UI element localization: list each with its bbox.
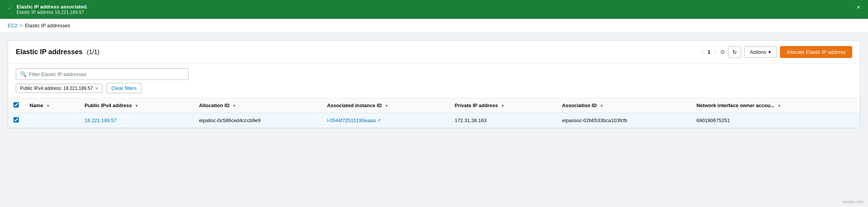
card-title: Elastic IP addresses (1/1)	[16, 48, 100, 56]
filter-area: 🔍 Public IPv4 address: 18.221.189.57 × C…	[8, 64, 860, 98]
col-private-ip-label: Private IP address	[455, 103, 498, 108]
banner-close-button[interactable]: ×	[857, 4, 860, 11]
breadcrumb-separator: >	[20, 23, 23, 28]
breadcrumb: EC2 > Elastic IP addresses	[0, 19, 868, 33]
table-header-row: Name ▼ Public IPv4 address ▼ Allocation …	[8, 98, 860, 113]
row-private-ip: 172.31.38.163	[449, 113, 557, 128]
search-input[interactable]	[29, 71, 185, 77]
breadcrumb-ec2-link[interactable]: EC2	[8, 23, 17, 28]
success-title: Elastic IP address associated.	[17, 4, 88, 10]
success-subtitle: Elastic IP address 18.221.189.57	[17, 10, 88, 15]
col-network-interface-owner-label: Network interface owner accou...	[697, 103, 775, 108]
table-row: 18.221.189.57 eipalloc-0c586ced4cccb9e9 …	[8, 113, 860, 128]
success-banner-content: ✓ Elastic IP address associated. Elastic…	[8, 4, 88, 15]
elastic-ip-table: Name ▼ Public IPv4 address ▼ Allocation …	[8, 98, 860, 128]
table-wrapper: Name ▼ Public IPv4 address ▼ Allocation …	[8, 98, 860, 128]
page-next-button[interactable]: ›	[712, 48, 718, 56]
search-wrapper: 🔍	[16, 68, 189, 80]
allocate-button[interactable]: Allocate Elastic IP address	[780, 46, 852, 58]
row-associated-instance-id: i-0544f72515190eaaa ↗	[322, 113, 449, 128]
page-number: 1	[708, 49, 710, 55]
search-icon: 🔍	[20, 71, 27, 77]
col-association-id-sort-icon: ▼	[600, 104, 604, 108]
col-public-ipv4[interactable]: Public IPv4 address ▼	[79, 98, 194, 113]
col-private-ip[interactable]: Private IP address ▼	[449, 98, 557, 113]
table-head: Name ▼ Public IPv4 address ▼ Allocation …	[8, 98, 860, 113]
filter-tag-close-icon[interactable]: ×	[95, 86, 98, 91]
page-prev-button[interactable]: ‹	[700, 48, 706, 56]
success-icon: ✓	[8, 4, 13, 12]
col-associated-instance-id[interactable]: Associated instance ID ▼	[322, 98, 449, 113]
col-association-id-label: Association ID	[562, 103, 597, 108]
col-name[interactable]: Name ▼	[24, 98, 79, 113]
card-count: (1/1)	[87, 49, 100, 55]
clear-filters-button[interactable]: Clear filters	[106, 83, 142, 93]
col-allocation-id-label: Allocation ID	[199, 103, 229, 108]
actions-label: Actions	[750, 49, 767, 55]
col-name-sort-icon: ▼	[46, 104, 50, 108]
col-network-interface-owner-sort-icon: ▼	[777, 104, 781, 108]
elastic-ip-card: Elastic IP addresses (1/1) ‹ 1 › ⚙ ↻ Act…	[8, 40, 860, 128]
col-associated-instance-id-label: Associated instance ID	[327, 103, 382, 108]
col-allocation-id-sort-icon: ▼	[233, 104, 236, 108]
col-public-ipv4-sort-icon: ▼	[135, 104, 139, 108]
row-checkbox[interactable]	[13, 117, 19, 123]
table-settings-button[interactable]: ⚙	[720, 49, 725, 56]
col-public-ipv4-label: Public IPv4 address	[85, 103, 132, 108]
pagination: ‹ 1 › ⚙	[700, 48, 725, 56]
select-all-checkbox[interactable]	[13, 102, 19, 108]
public-ipv4-link[interactable]: 18.221.189.57	[85, 118, 188, 123]
row-checkbox-cell	[8, 113, 24, 128]
row-network-interface-owner: 690190675251	[691, 113, 860, 128]
table-body: 18.221.189.57 eipalloc-0c586ced4cccb9e9 …	[8, 113, 860, 128]
header-checkbox-cell	[8, 98, 24, 113]
col-association-id[interactable]: Association ID ▼	[557, 98, 691, 113]
active-filter-tag: Public IPv4 address: 18.221.189.57 ×	[16, 84, 103, 93]
success-text: Elastic IP address associated. Elastic I…	[17, 4, 88, 15]
card-title-text: Elastic IP addresses	[16, 48, 83, 56]
col-allocation-id[interactable]: Allocation ID ▼	[194, 98, 322, 113]
col-network-interface-owner[interactable]: Network interface owner accou... ▼	[691, 98, 860, 113]
col-name-label: Name	[30, 103, 43, 108]
card-title-group: Elastic IP addresses (1/1)	[16, 48, 100, 56]
refresh-button[interactable]: ↻	[728, 46, 741, 58]
main-content: Elastic IP addresses (1/1) ‹ 1 › ⚙ ↻ Act…	[0, 33, 868, 136]
row-association-id: eipassoc-02b6533bca103fcfb	[557, 113, 691, 128]
row-name	[24, 113, 79, 128]
row-allocation-id: eipalloc-0c586ced4cccb9e9	[194, 113, 322, 128]
col-associated-instance-id-sort-icon: ▼	[385, 104, 389, 108]
instance-id-link[interactable]: i-0544f72515190eaaa ↗	[327, 118, 444, 123]
success-banner: ✓ Elastic IP address associated. Elastic…	[0, 0, 868, 19]
header-actions: ‹ 1 › ⚙ ↻ Actions ▾ Allocate Elastic IP …	[700, 46, 852, 58]
col-private-ip-sort-icon: ▼	[501, 104, 505, 108]
external-link-icon: ↗	[377, 118, 381, 123]
actions-button[interactable]: Actions ▾	[744, 46, 777, 58]
active-filters: Public IPv4 address: 18.221.189.57 × Cle…	[16, 83, 852, 93]
card-header: Elastic IP addresses (1/1) ‹ 1 › ⚙ ↻ Act…	[8, 41, 860, 64]
actions-chevron-icon: ▾	[768, 49, 771, 55]
instance-id-text: i-0544f72515190eaaa	[327, 118, 376, 123]
breadcrumb-current: Elastic IP addresses	[25, 23, 70, 28]
filter-tag-label: Public IPv4 address: 18.221.189.57	[20, 86, 93, 91]
row-public-ipv4: 18.221.189.57	[79, 113, 194, 128]
